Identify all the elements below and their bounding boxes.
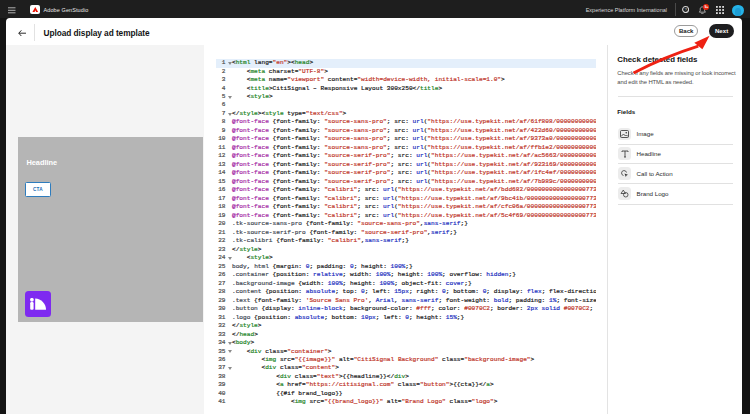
svg-text:?: ?	[685, 7, 688, 12]
